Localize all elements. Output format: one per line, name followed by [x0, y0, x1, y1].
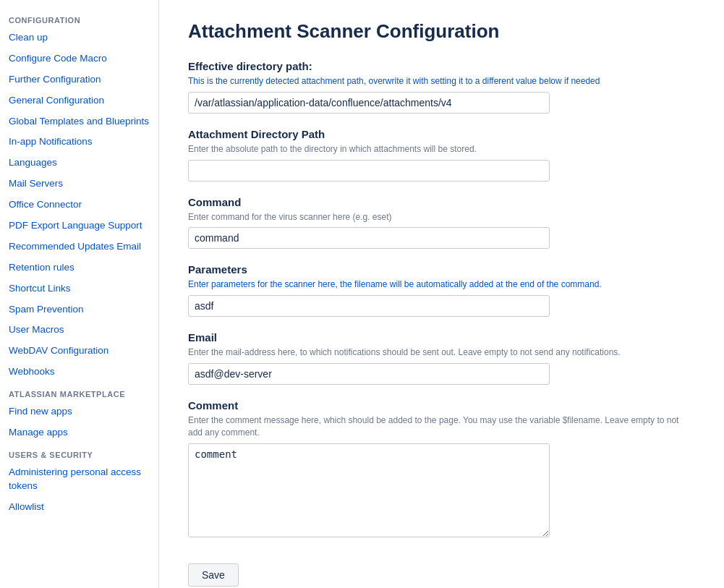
sidebar-item-office-connector[interactable]: Office Connector [0, 195, 158, 216]
sidebar-item-general-configuration[interactable]: General Configuration [0, 90, 158, 111]
field-group-comment: CommentEnter the comment message here, w… [188, 399, 695, 537]
sidebar-item-find-new-apps[interactable]: Find new apps [0, 401, 158, 422]
sidebar-item-configure-code-macro[interactable]: Configure Code Macro [0, 48, 158, 69]
sidebar-item-further-configuration[interactable]: Further Configuration [0, 69, 158, 90]
sidebar-item-user-macros[interactable]: User Macros [0, 320, 158, 341]
sidebar-item-manage-apps[interactable]: Manage apps [0, 422, 158, 443]
field-label-comment: Comment [188, 399, 695, 412]
field-input-parameters[interactable] [188, 295, 550, 317]
field-hint-attachment-directory-path: Enter the absolute path to the directory… [188, 143, 695, 155]
sidebar: CONFIGURATIONClean upConfigure Code Macr… [0, 0, 159, 588]
field-label-attachment-directory-path: Attachment Directory Path [188, 128, 695, 140]
sidebar-item-global-templates-blueprints[interactable]: Global Templates and Blueprints [0, 111, 158, 132]
sidebar-item-mail-servers[interactable]: Mail Servers [0, 174, 158, 195]
page-title: Attachment Scanner Configuration [188, 20, 695, 43]
sidebar-item-allowlist[interactable]: Allowlist [0, 497, 158, 518]
field-group-email: EmailEnter the mail-address here, to whi… [188, 331, 695, 385]
field-hint-effective-directory-path: This is the currently detected attachmen… [188, 75, 695, 88]
sidebar-item-recommended-updates-email[interactable]: Recommended Updates Email [0, 237, 158, 257]
sidebar-item-pdf-export-language-support[interactable]: PDF Export Language Support [0, 216, 158, 237]
field-input-command[interactable] [188, 227, 550, 249]
field-label-effective-directory-path: Effective directory path: [188, 60, 695, 72]
field-hint-comment: Enter the comment message here, which sh… [188, 414, 695, 439]
sidebar-item-in-app-notifications[interactable]: In-app Notifications [0, 132, 158, 153]
field-hint-command: Enter command for the virus scanner here… [188, 211, 695, 223]
field-label-parameters: Parameters [188, 263, 695, 276]
field-input-attachment-directory-path[interactable] [188, 160, 550, 182]
field-group-parameters: ParametersEnter parameters for the scann… [188, 263, 695, 317]
field-group-effective-directory-path: Effective directory path:This is the cur… [188, 60, 695, 114]
sidebar-item-administering-personal-access-tokens[interactable]: Administering personal access tokens [0, 462, 158, 497]
sidebar-item-spam-prevention[interactable]: Spam Prevention [0, 299, 158, 320]
save-button[interactable]: Save [188, 563, 239, 587]
sidebar-section-label: CONFIGURATION [0, 9, 158, 27]
field-group-command: CommandEnter command for the virus scann… [188, 196, 695, 250]
field-label-command: Command [188, 196, 695, 208]
sidebar-item-retention-rules[interactable]: Retention rules [0, 257, 158, 278]
fields-container: Effective directory path:This is the cur… [188, 60, 695, 537]
main-content: Attachment Scanner Configuration Effecti… [159, 0, 724, 588]
field-label-email: Email [188, 331, 695, 344]
field-input-comment[interactable] [188, 443, 550, 537]
field-group-attachment-directory-path: Attachment Directory PathEnter the absol… [188, 128, 695, 182]
sidebar-item-languages[interactable]: Languages [0, 153, 158, 174]
sidebar-section-label: ATLASSIAN MARKETPLACE [0, 383, 158, 401]
field-hint-email: Enter the mail-address here, to which no… [188, 346, 695, 359]
field-input-email[interactable] [188, 363, 550, 385]
sidebar-item-webhooks[interactable]: Webhooks [0, 362, 158, 383]
sidebar-item-clean-up[interactable]: Clean up [0, 27, 158, 48]
sidebar-section-label: USERS & SECURITY [0, 443, 158, 462]
field-hint-parameters: Enter parameters for the scanner here, t… [188, 278, 695, 291]
sidebar-item-shortcut-links[interactable]: Shortcut Links [0, 278, 158, 299]
sidebar-item-webdav-configuration[interactable]: WebDAV Configuration [0, 341, 158, 362]
field-input-effective-directory-path[interactable] [188, 92, 550, 114]
